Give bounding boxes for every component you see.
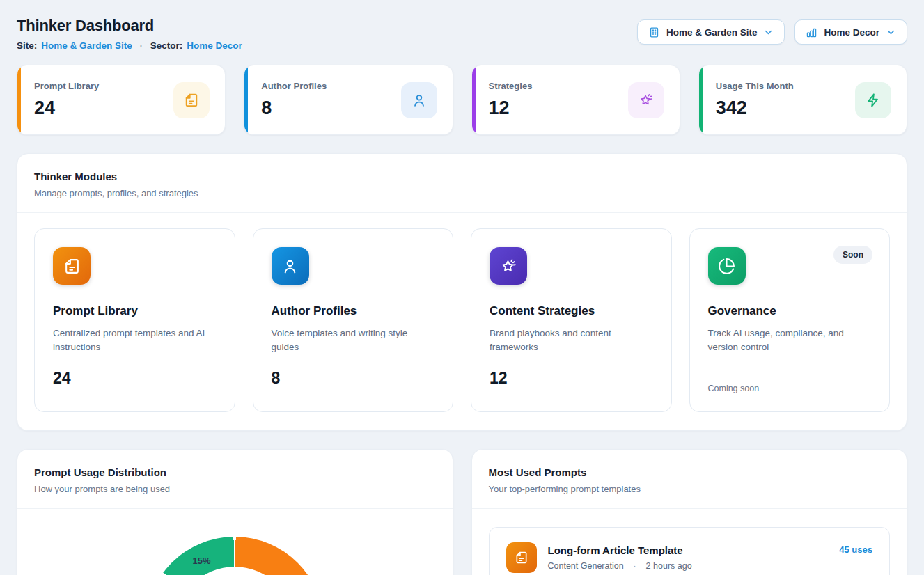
usage-distribution-card: Prompt Usage Distribution How your promp… <box>17 449 453 575</box>
soon-badge: Soon <box>833 246 872 264</box>
user-icon <box>272 247 309 285</box>
donut-slice-label: 15% <box>193 555 211 565</box>
chevron-down-icon <box>763 27 774 38</box>
sector-label: Sector: <box>150 40 183 51</box>
pie-chart-icon <box>708 247 746 285</box>
page-header: Thinker Dashboard Site: Home & Garden Si… <box>17 17 907 51</box>
module-count: 8 <box>272 369 435 388</box>
sector-link[interactable]: Home Decor <box>187 40 242 51</box>
sector-selector-label: Home Decor <box>824 27 879 38</box>
site-selector-label: Home & Garden Site <box>666 27 758 38</box>
star-sparkle-icon <box>628 82 664 118</box>
prompts-panel-subtitle: Your top-performing prompt templates <box>489 484 891 494</box>
modules-grid: Prompt Library Centralized prompt templa… <box>17 213 907 430</box>
site-link[interactable]: Home & Garden Site <box>41 40 132 51</box>
most-used-prompts-card: Most Used Prompts Your top-performing pr… <box>471 449 908 575</box>
sector-selector-dropdown[interactable]: Home Decor <box>794 19 907 45</box>
module-card-prompt-library[interactable]: Prompt Library Centralized prompt templa… <box>34 228 235 412</box>
stat-card: Strategies 12 <box>471 65 680 135</box>
usage-panel-title: Prompt Usage Distribution <box>34 466 436 478</box>
module-count: 12 <box>490 369 653 388</box>
stats-row: Prompt Library 24 Author Profiles 8 Stra… <box>17 65 907 135</box>
module-card-governance[interactable]: Soon Governance Track AI usage, complian… <box>689 228 891 412</box>
stat-card: Author Profiles 8 <box>244 65 453 135</box>
user-icon <box>401 82 437 118</box>
module-description: Voice templates and writing style guides <box>272 326 435 355</box>
prompt-item-meta: Content Generation · 2 hours ago <box>548 561 692 571</box>
chevron-down-icon <box>886 27 896 38</box>
page-title: Thinker Dashboard <box>17 17 242 35</box>
module-title: Content Strategies <box>490 304 653 318</box>
module-title: Author Profiles <box>272 304 435 318</box>
modules-panel-header: Thinker Modules Manage prompts, profiles… <box>17 154 907 213</box>
stat-card: Prompt Library 24 <box>17 65 226 135</box>
prompt-list: Long-form Article Template Content Gener… <box>472 509 907 575</box>
prompt-item-title: Long-form Article Template <box>548 544 692 556</box>
coming-soon-text: Coming soon <box>708 384 872 393</box>
usage-panel-subtitle: How your prompts are being used <box>34 484 436 494</box>
meta-separator: · <box>630 561 640 571</box>
module-description: Brand playbooks and content frameworks <box>490 326 653 355</box>
prompt-item-body: Long-form Article Template Content Gener… <box>548 544 692 571</box>
module-card-content-strategies[interactable]: Content Strategies Brand playbooks and c… <box>471 228 672 412</box>
module-description: Track AI usage, compliance, and version … <box>708 326 872 355</box>
thinker-modules-panel: Thinker Modules Manage prompts, profiles… <box>17 153 907 431</box>
module-count: 24 <box>53 369 217 388</box>
file-icon <box>53 247 91 285</box>
site-label: Site: <box>17 40 37 51</box>
stat-card: Usage This Month 342 <box>698 65 907 135</box>
prompt-list-item[interactable]: Long-form Article Template Content Gener… <box>489 527 891 575</box>
dashboard-page: Thinker Dashboard Site: Home & Garden Si… <box>0 0 924 575</box>
bar-chart-icon <box>806 26 817 38</box>
module-description: Centralized prompt templates and AI inst… <box>53 326 217 355</box>
usage-chart-area: 15% <box>17 509 453 575</box>
module-card-author-profiles[interactable]: Author Profiles Voice templates and writ… <box>253 228 454 412</box>
breadcrumb: Site: Home & Garden Site · Sector: Home … <box>17 40 242 51</box>
prompts-panel-header: Most Used Prompts Your top-performing pr… <box>472 450 907 509</box>
prompts-panel-title: Most Used Prompts <box>489 466 891 478</box>
usage-panel-header: Prompt Usage Distribution How your promp… <box>17 450 453 509</box>
modules-panel-subtitle: Manage prompts, profiles, and strategies <box>34 188 890 198</box>
prompt-item-time: 2 hours ago <box>646 561 692 571</box>
usage-donut[interactable]: 15% <box>146 537 324 575</box>
bottom-row: Prompt Usage Distribution How your promp… <box>17 449 907 575</box>
breadcrumb-separator: · <box>136 41 146 51</box>
prompt-uses-badge: 45 uses <box>839 544 872 555</box>
file-icon <box>506 542 537 573</box>
zap-icon <box>855 82 891 118</box>
module-divider <box>708 372 872 372</box>
building-icon <box>648 26 660 38</box>
modules-panel-title: Thinker Modules <box>34 171 890 182</box>
header-selectors: Home & Garden Site Home Decor <box>637 19 907 45</box>
star-sparkle-icon <box>490 247 527 285</box>
file-icon <box>173 82 210 118</box>
site-selector-dropdown[interactable]: Home & Garden Site <box>637 19 785 45</box>
module-title: Governance <box>708 304 872 318</box>
header-left: Thinker Dashboard Site: Home & Garden Si… <box>17 17 242 51</box>
module-title: Prompt Library <box>53 304 217 318</box>
prompt-item-category: Content Generation <box>548 561 624 571</box>
